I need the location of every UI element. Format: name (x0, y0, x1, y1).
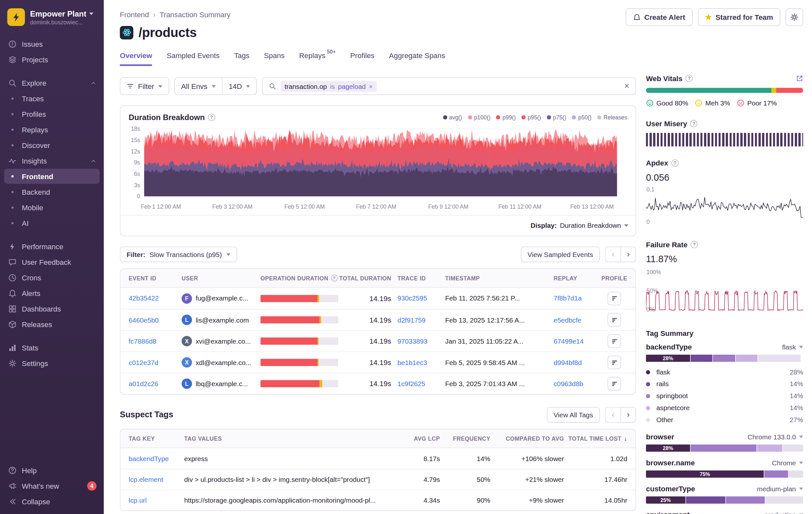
sidebar-item-traces[interactable]: •Traces (0, 91, 104, 106)
tag-value-selector[interactable]: flask (782, 343, 803, 351)
sidebar-item-profiles[interactable]: •Profiles (0, 106, 104, 121)
tag-key-link[interactable]: backendType (129, 455, 178, 462)
legend-item[interactable]: p75() (547, 114, 566, 120)
column-header-tag-values[interactable]: TAG VALUES (184, 435, 398, 442)
sidebar-item-what-s-new[interactable]: What's new4 (0, 478, 104, 493)
settings-button[interactable] (785, 8, 803, 26)
next-page-button[interactable]: › (621, 407, 636, 423)
trace-id-link[interactable]: 930c2595 (398, 294, 439, 302)
previous-page-button[interactable]: ‹ (605, 407, 621, 423)
filter-button[interactable]: Filter (120, 77, 169, 95)
environment-selector[interactable]: All Envs (174, 77, 223, 95)
column-header-avg-lcp[interactable]: AVG LCP (404, 435, 440, 442)
event-id-link[interactable]: a01d2c26 (129, 380, 175, 387)
tab-replays[interactable]: Replays50+ (299, 51, 336, 66)
sidebar-item-collapse[interactable]: Collapse (0, 494, 104, 509)
display-selector[interactable]: Duration Breakdown (560, 222, 629, 229)
previous-page-button[interactable]: ‹ (605, 247, 621, 262)
info-icon[interactable]: ? (671, 159, 678, 166)
info-icon[interactable]: ? (331, 274, 338, 281)
tag-distribution-bar[interactable]: 25% (646, 496, 803, 504)
date-range-selector[interactable]: 14D (223, 77, 257, 95)
search-clear-icon[interactable]: × (624, 81, 630, 91)
column-header-total-duration[interactable]: TOTAL DURATION (344, 275, 391, 281)
legend-item[interactable]: avg() (443, 114, 462, 120)
duration-breakdown-chart[interactable]: 18s15s12s9s6s3s0Feb 1 12:00 AMFeb 3 12:0… (123, 125, 621, 213)
starred-for-team-button[interactable]: ★Starred for Team (698, 8, 780, 26)
sidebar-item-performance[interactable]: Performance (0, 239, 104, 254)
sidebar-item-alerts[interactable]: Alerts (0, 286, 104, 300)
tab-sampled-events[interactable]: Sampled Events (167, 51, 220, 66)
token-remove-icon[interactable]: × (369, 82, 373, 90)
column-header-user[interactable]: USER (182, 275, 254, 281)
tab-aggregate-spans[interactable]: Aggregate Spans (389, 51, 445, 66)
sidebar-item-help[interactable]: Help (0, 463, 104, 478)
tag-value-selector[interactable]: Chrome 133.0.0 (748, 433, 803, 441)
sidebar-item-explore[interactable]: Explore (0, 75, 104, 90)
tag-distribution-bar[interactable]: 28% (646, 355, 803, 362)
tag-key-link[interactable]: lcp.element (129, 476, 178, 484)
profile-button[interactable] (608, 313, 621, 327)
sidebar-item-ai[interactable]: •AI (0, 215, 104, 231)
breadcrumb-frontend[interactable]: Frontend (120, 10, 149, 19)
sidebar-item-backend[interactable]: •Backend (0, 184, 104, 199)
next-page-button[interactable]: › (621, 247, 636, 262)
legend-item[interactable]: p99() (496, 114, 516, 120)
profile-button[interactable] (608, 334, 621, 348)
tag-key-link[interactable]: lcp.url (129, 496, 178, 504)
sidebar-item-replays[interactable]: •Replays (0, 122, 104, 137)
search-input[interactable]: transaction.op is pageload × × (262, 77, 636, 95)
info-icon[interactable]: ? (690, 120, 698, 127)
sidebar-item-projects[interactable]: Projects (0, 52, 104, 67)
column-header-tag-key[interactable]: TAG KEY (129, 435, 178, 442)
replay-link[interactable]: 7f8b7d1a (554, 294, 595, 302)
org-switcher[interactable]: Empower Plant dominik.buszowiec... (0, 7, 104, 36)
event-id-link[interactable]: fc7886d8 (129, 337, 175, 345)
trace-id-link[interactable]: be1b1ec3 (398, 358, 439, 367)
tag-distribution-bar[interactable]: 75% (646, 470, 803, 478)
event-id-link[interactable]: c012e37d (129, 358, 175, 367)
trace-id-link[interactable]: 1c9f2625 (398, 380, 439, 387)
sidebar-item-releases[interactable]: Releases (0, 317, 104, 332)
column-header-operation-duration[interactable]: OPERATION DURATION ? (260, 274, 338, 281)
open-in-panel-icon[interactable] (796, 75, 803, 82)
info-icon[interactable]: ? (691, 241, 698, 248)
legend-item[interactable]: p95() (521, 114, 541, 120)
view-all-tags-button[interactable]: View All Tags (547, 407, 600, 423)
sidebar-item-user-feedback[interactable]: User Feedback (0, 254, 104, 269)
sidebar-item-insights[interactable]: Insights (0, 153, 104, 168)
profile-button[interactable] (608, 356, 621, 369)
create-alert-button[interactable]: Create Alert (626, 8, 692, 26)
legend-item[interactable]: p100() (468, 114, 491, 120)
tab-tags[interactable]: Tags (234, 51, 250, 66)
sidebar-item-frontend[interactable]: •Frontend (4, 169, 99, 184)
tab-profiles[interactable]: Profiles (350, 51, 375, 66)
legend-item[interactable]: Releases (597, 114, 628, 120)
column-header-replay[interactable]: REPLAY (554, 275, 595, 281)
column-header-trace-id[interactable]: TRACE ID (398, 275, 439, 281)
column-header-profile[interactable]: PROFILE (601, 275, 627, 281)
tag-value-selector[interactable]: production (764, 511, 803, 514)
replay-link[interactable]: c0963d8b (554, 380, 595, 387)
sidebar-item-issues[interactable]: Issues (0, 36, 104, 51)
info-icon[interactable]: ? (686, 75, 693, 82)
info-icon[interactable]: ? (208, 114, 215, 121)
event-id-link[interactable]: 42b35422 (129, 294, 175, 302)
transaction-filter-selector[interactable]: Filter:Slow Transactions (p95) (120, 247, 237, 262)
profile-button[interactable] (608, 291, 621, 305)
sidebar-item-mobile[interactable]: •Mobile (0, 200, 104, 215)
profile-button[interactable] (608, 377, 621, 391)
sidebar-item-crons[interactable]: Crons (0, 270, 104, 285)
sidebar-item-dashboards[interactable]: Dashboards (0, 301, 104, 316)
tag-distribution-bar[interactable]: 28% (646, 444, 803, 452)
sidebar-item-settings[interactable]: Settings (0, 356, 104, 371)
column-header-compared-to-avg[interactable]: COMPARED TO AVG (496, 435, 564, 442)
sidebar-item-discover[interactable]: •Discover (0, 138, 104, 153)
column-header-total-time-lost[interactable]: TOTAL TIME LOST ↓ (570, 435, 627, 442)
replay-link[interactable]: e5edbcfe (554, 316, 595, 324)
trace-id-link[interactable]: 97033893 (398, 337, 439, 345)
tag-value-selector[interactable]: Chrome (772, 459, 803, 467)
column-header-frequency[interactable]: FREQUENCY (446, 435, 490, 442)
view-sampled-events-button[interactable]: View Sampled Events (521, 247, 600, 262)
tab-overview[interactable]: Overview (120, 51, 152, 66)
